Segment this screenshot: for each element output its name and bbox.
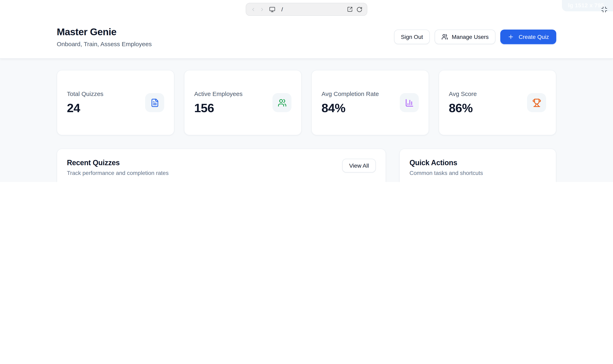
minimize-icon[interactable]	[601, 6, 608, 13]
back-icon[interactable]	[251, 7, 256, 12]
app-window: / lg 1512 x 795 Master Genie Onboard, Tr…	[0, 0, 613, 182]
recent-quizzes-panel: Recent Quizzes Track performance and com…	[57, 149, 386, 182]
recent-quizzes-subtitle: Track performance and completion rates	[67, 170, 169, 176]
page-subtitle: Onboard, Train, Assess Employees	[57, 40, 152, 47]
url-path: /	[281, 6, 343, 13]
stats-row: Total Quizzes 24 Active Employees 156 Av…	[57, 70, 556, 135]
stat-card-active-employees: Active Employees 156	[184, 70, 302, 135]
stat-label: Avg Score	[449, 90, 477, 97]
open-external-icon[interactable]	[347, 6, 353, 12]
header-actions: Sign Out Manage Users Create Quiz	[394, 30, 556, 44]
app-title-block: Master Genie Onboard, Train, Assess Empl…	[57, 26, 152, 47]
stat-label: Active Employees	[194, 90, 242, 97]
stat-card-avg-completion: Avg Completion Rate 84%	[311, 70, 429, 135]
browser-chrome: / lg 1512 x 795	[0, 0, 613, 19]
manage-users-button[interactable]: Manage Users	[435, 30, 496, 44]
refresh-icon[interactable]	[356, 6, 362, 12]
content-columns: Recent Quizzes Track performance and com…	[57, 149, 556, 182]
top-header-region: / lg 1512 x 795 Master Genie Onboard, Tr…	[0, 0, 613, 59]
quick-actions-subtitle: Common tasks and shortcuts	[409, 170, 546, 176]
monitor-icon	[269, 6, 275, 12]
users-icon	[442, 34, 448, 40]
quick-actions-title: Quick Actions	[409, 159, 546, 167]
stat-value: 86%	[449, 101, 477, 115]
stat-value: 24	[67, 101, 103, 115]
view-all-button[interactable]: View All	[342, 159, 376, 172]
stat-label: Total Quizzes	[67, 90, 103, 97]
page-header: Master Genie Onboard, Train, Assess Empl…	[0, 19, 613, 58]
right-column: Quick Actions Common tasks and shortcuts…	[399, 149, 556, 182]
stat-value: 156	[194, 101, 242, 115]
trophy-icon	[527, 93, 546, 112]
create-quiz-button[interactable]: Create Quiz	[501, 30, 556, 44]
page-title: Master Genie	[57, 26, 152, 38]
recent-quizzes-title: Recent Quizzes	[67, 159, 169, 167]
stat-card-avg-score: Avg Score 86%	[439, 70, 556, 135]
sign-out-button[interactable]: Sign Out	[394, 30, 430, 44]
users-icon	[272, 93, 292, 112]
chart-column-icon	[400, 93, 419, 112]
browser-url-bar[interactable]: /	[246, 3, 367, 16]
main-content: Total Quizzes 24 Active Employees 156 Av…	[0, 59, 613, 182]
stat-value: 84%	[321, 101, 379, 115]
stat-label: Avg Completion Rate	[321, 90, 379, 97]
plus-icon	[508, 34, 514, 40]
forward-icon[interactable]	[260, 7, 265, 12]
stat-card-total-quizzes: Total Quizzes 24	[57, 70, 174, 135]
file-text-icon	[145, 93, 164, 112]
quick-actions-panel: Quick Actions Common tasks and shortcuts…	[399, 149, 556, 182]
